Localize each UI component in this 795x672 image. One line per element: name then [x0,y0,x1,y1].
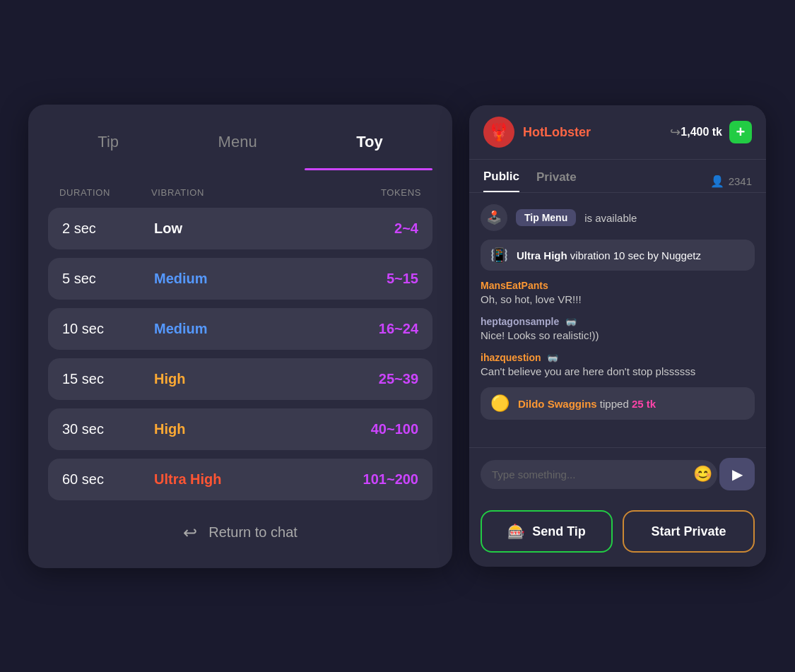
vr-icon-1: 🥽 [565,317,577,327]
row-vibration-0: Low [154,220,394,237]
return-icon: ↩ [183,523,197,543]
tipped-amount: 25 tk [632,398,656,410]
msg-tip-menu: 🕹️ Tip Menu is available [481,204,755,231]
msg-username-2: ihazquestion 🥽 [481,351,755,364]
toy-row-3[interactable]: 15 sec High 25~39 [48,358,432,400]
left-panel: Tip Menu Toy DURATION VIBRATION TOKENS 2… [28,105,452,568]
row-duration-1: 5 sec [62,271,154,287]
col-header-vibration: VIBRATION [151,187,381,198]
tipper-name: Dildo Swaggins [518,398,597,410]
row-vibration-4: High [154,421,371,437]
msg-tipped: 🟡 Dildo Swaggins tipped 25 tk [481,387,755,420]
row-tokens-3: 25~39 [379,371,418,387]
msg-chat-0: MansEatPants Oh, so hot, love VR!!! [481,279,755,307]
chat-input-row: 😊 ▶ [469,447,766,500]
toy-row-4[interactable]: 30 sec High 40~100 [48,408,432,450]
tipped-word: tipped [600,398,632,410]
vr-icon-2: 🥽 [547,353,558,363]
app-container: Tip Menu Toy DURATION VIBRATION TOKENS 2… [0,0,795,672]
action-buttons: 🎰 Send Tip Start Private [469,500,766,567]
username-manseats: MansEatPants [481,280,548,291]
vib-detail: vibration 10 sec by Nuggetz [567,249,701,261]
row-duration-4: 30 sec [62,421,154,437]
tip-menu-text: is available [584,212,637,224]
vib-intensity: Ultra High [517,249,567,261]
msg-text-0: Oh, so hot, love VR!!! [481,292,755,307]
add-tokens-button[interactable]: + [729,121,752,143]
chat-input[interactable] [481,460,717,489]
logout-icon[interactable]: ↪ [670,124,681,140]
tipped-text: Dildo Swaggins tipped 25 tk [518,398,656,410]
send-tip-label: Send Tip [532,524,586,539]
viewer-count-number: 2341 [729,175,752,187]
tab-public[interactable]: Public [483,170,519,192]
row-vibration-2: Medium [154,321,379,337]
tab-bar: Tip Menu Toy [48,127,432,157]
start-private-button[interactable]: Start Private [623,510,755,553]
msg-text-2: Can't believe you are here don't stop pl… [481,364,755,379]
tip-icon: 🕹️ [486,210,502,225]
row-duration-0: 2 sec [62,220,154,237]
row-vibration-1: Medium [154,271,387,287]
tab-private[interactable]: Private [536,170,577,191]
tab-underline-row [48,168,432,170]
coin-icon: 🟡 [490,394,510,413]
emoji-button[interactable]: 😊 [693,465,712,483]
username-label: HotLobster [523,125,664,140]
msg-text-1: Nice! Looks so realistic!)) [481,328,755,343]
row-tokens-5: 101~200 [363,471,418,488]
right-panel: 🦞 HotLobster ↪ 1,400 tk + Public Private… [469,105,766,567]
chat-tabs: Public Private 👤 2341 [469,160,766,193]
row-duration-2: 10 sec [62,321,154,337]
return-to-chat-button[interactable]: ↩ Return to chat [48,523,432,543]
tab-toy[interactable]: Toy [342,127,396,157]
toy-row-5[interactable]: 60 sec Ultra High 101~200 [48,459,432,500]
chat-messages: 🕹️ Tip Menu is available 📳 Ultra High vi… [469,193,766,447]
row-tokens-0: 2~4 [394,220,418,237]
column-headers: DURATION VIBRATION TOKENS [48,187,432,198]
send-tip-icon: 🎰 [507,523,525,540]
row-tokens-4: 40~100 [371,421,418,437]
tab-menu[interactable]: Menu [204,127,271,157]
msg-username-1: heptagonsample 🥽 [481,315,755,328]
username-heptagon: heptagonsample [481,316,559,327]
toy-row-1[interactable]: 5 sec Medium 5~15 [48,258,432,300]
row-tokens-1: 5~15 [387,271,418,287]
row-vibration-3: High [154,371,379,387]
msg-chat-2: ihazquestion 🥽 Can't believe you are her… [481,351,755,379]
tab-underline-tip [48,168,176,170]
tip-menu-badge[interactable]: Tip Menu [516,209,576,226]
col-header-tokens: TOKENS [381,187,421,198]
row-duration-3: 15 sec [62,371,154,387]
tip-menu-icon-wrap: 🕹️ [481,204,507,231]
avatar: 🦞 [483,117,514,148]
send-button[interactable]: ▶ [719,458,755,490]
col-header-duration: DURATION [59,187,151,198]
row-tokens-2: 16~24 [379,321,418,337]
msg-chat-1: heptagonsample 🥽 Nice! Looks so realisti… [481,315,755,343]
vibration-icon: 📳 [490,247,508,264]
return-label: Return to chat [208,524,298,541]
chat-header: 🦞 HotLobster ↪ 1,400 tk + [469,105,766,160]
tab-underline-menu [176,168,304,170]
send-tip-button[interactable]: 🎰 Send Tip [481,510,613,553]
row-vibration-5: Ultra High [154,471,363,488]
row-duration-5: 60 sec [62,471,154,488]
username-ihaz: ihazquestion [481,352,541,363]
tab-underline-toy [305,168,432,170]
viewer-icon: 👤 [710,175,724,188]
token-count: 1,400 tk [681,126,722,138]
avatar-emoji: 🦞 [488,122,510,142]
tab-tip[interactable]: Tip [83,127,133,157]
msg-vibration: 📳 Ultra High vibration 10 sec by Nuggetz [481,240,755,271]
toy-row-2[interactable]: 10 sec Medium 16~24 [48,308,432,350]
toy-row-0[interactable]: 2 sec Low 2~4 [48,208,432,249]
msg-username-0: MansEatPants [481,279,755,292]
viewer-count: 👤 2341 [710,175,752,188]
vibration-msg-text: Ultra High vibration 10 sec by Nuggetz [517,249,701,261]
start-private-label: Start Private [651,524,726,539]
